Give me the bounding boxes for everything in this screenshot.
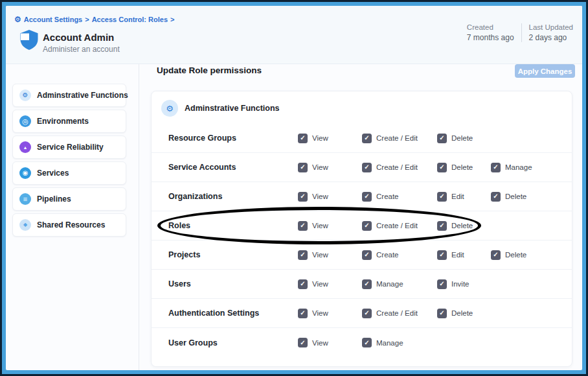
created-meta: Created 7 months ago [467,23,514,42]
checkbox-checked-icon[interactable] [362,134,372,143]
permission-view[interactable]: View [298,250,362,260]
sidebar-item-label: Service Reliability [37,143,104,152]
permission-create[interactable]: Create [362,192,437,202]
checkbox-checked-icon[interactable] [298,309,308,318]
pipelines-icon [19,193,31,205]
permission-edit[interactable]: Edit [437,192,491,202]
permission-label: Delete [505,193,526,200]
checkbox-checked-icon[interactable] [298,338,308,347]
checkbox-checked-icon[interactable] [437,192,447,202]
breadcrumb-account-settings[interactable]: Account Settings [24,16,82,23]
checkbox-checked-icon[interactable] [298,221,308,231]
permission-label: Delete [451,134,473,142]
service-reliability-icon [19,141,31,153]
row-label: Users [168,279,298,288]
permission-invite[interactable]: Invite [437,279,491,289]
checkbox-checked-icon[interactable] [491,192,501,202]
page-header: Account Settings > Access Control: Roles… [6,6,582,64]
table-row-projects: Projects View Create Edit Delete [152,241,572,270]
permission-create-edit[interactable]: Create / Edit [362,221,437,231]
checkbox-checked-icon[interactable] [362,250,372,260]
permission-delete[interactable]: Delete [437,309,491,318]
permission-label: Create / Edit [376,222,418,229]
checkbox-checked-icon[interactable] [298,134,308,143]
app-window: Account Settings > Access Control: Roles… [6,6,582,370]
permission-label: View [312,193,328,200]
row-label: Service Accounts [168,163,298,172]
gear-icon [161,100,178,117]
last-updated-meta: Last Updated 2 days ago [529,23,573,42]
permission-view[interactable]: View [298,279,362,289]
permission-view[interactable]: View [298,221,362,231]
last-updated-label: Last Updated [529,23,573,31]
checkbox-checked-icon[interactable] [362,279,372,289]
checkbox-checked-icon[interactable] [491,163,501,172]
table-row-resource-groups: Resource Groups View Create / Edit Delet… [152,124,572,153]
gear-icon [14,15,21,24]
row-label: Authentication Settings [168,309,298,318]
meta-divider [521,23,522,42]
checkbox-checked-icon[interactable] [362,221,372,231]
permission-create-edit[interactable]: Create / Edit [362,163,437,172]
permission-delete[interactable]: Delete [437,221,491,231]
permission-label: Manage [376,280,403,288]
permission-view[interactable]: View [298,338,362,347]
sidebar-item-shared-resources[interactable]: Shared Resources [12,213,126,237]
permission-manage[interactable]: Manage [362,279,437,289]
checkbox-checked-icon[interactable] [298,163,308,172]
checkbox-checked-icon[interactable] [437,134,447,143]
permission-label: Edit [451,193,464,200]
permission-view[interactable]: View [298,192,362,202]
permission-delete[interactable]: Delete [491,250,565,260]
meta-info: Created 7 months ago Last Updated 2 days… [467,23,573,42]
permission-label: View [312,163,328,171]
row-label: Organizations [168,192,298,201]
permission-manage[interactable]: Manage [491,163,565,172]
permission-label: Create / Edit [376,134,418,142]
permission-manage[interactable]: Manage [362,338,437,347]
table-row-authentication-settings: Authentication Settings View Create / Ed… [152,299,572,328]
sidebar-item-service-reliability[interactable]: Service Reliability [12,135,126,159]
checkbox-checked-icon[interactable] [298,250,308,260]
permission-view[interactable]: View [298,134,362,143]
permission-delete[interactable]: Delete [437,134,491,143]
sidebar-item-services[interactable]: Services [12,161,126,185]
permission-create-edit[interactable]: Create / Edit [362,134,437,143]
shield-icon [19,29,39,53]
last-updated-value: 2 days ago [529,33,573,42]
permission-view[interactable]: View [298,309,362,318]
permission-edit[interactable]: Edit [437,250,491,260]
permission-label: Delete [451,309,473,317]
sidebar-item-adminstrative-functions[interactable]: Adminstrative Functions [12,84,126,107]
sidebar-item-pipelines[interactable]: Pipelines [12,187,126,211]
checkbox-checked-icon[interactable] [437,309,447,318]
permission-delete[interactable]: Delete [491,192,565,202]
table-row-organizations: Organizations View Create Edit Delete [152,182,572,211]
checkbox-checked-icon[interactable] [437,250,447,260]
created-value: 7 months ago [467,33,514,42]
shared-resources-icon [19,219,31,231]
breadcrumb-access-control-roles[interactable]: Access Control: Roles [92,16,168,23]
table-row-service-accounts: Service Accounts View Create / Edit Dele… [152,153,572,182]
checkbox-checked-icon[interactable] [362,192,372,202]
permission-label: Delete [505,251,526,259]
permission-delete[interactable]: Delete [437,163,491,172]
checkbox-checked-icon[interactable] [298,279,308,289]
section-title: Update Role permissions [157,65,262,75]
permission-view[interactable]: View [298,163,362,172]
apply-changes-button[interactable]: Apply Changes [515,64,575,78]
sidebar-item-environments[interactable]: Environments [12,110,126,133]
checkbox-checked-icon[interactable] [491,250,501,260]
permission-label: Create / Edit [376,163,418,171]
checkbox-checked-icon[interactable] [298,192,308,202]
permissions-card-header: Adminstrative Functions [161,100,280,117]
checkbox-checked-icon[interactable] [362,309,372,318]
permission-create-edit[interactable]: Create / Edit [362,309,437,318]
checkbox-checked-icon[interactable] [362,338,372,347]
checkbox-checked-icon[interactable] [437,163,447,172]
checkbox-checked-icon[interactable] [437,279,447,289]
permission-create[interactable]: Create [362,250,437,260]
checkbox-checked-icon[interactable] [437,221,447,231]
checkbox-checked-icon[interactable] [362,163,372,172]
resource-category-sidebar: Adminstrative Functions Environments Ser… [12,84,126,237]
